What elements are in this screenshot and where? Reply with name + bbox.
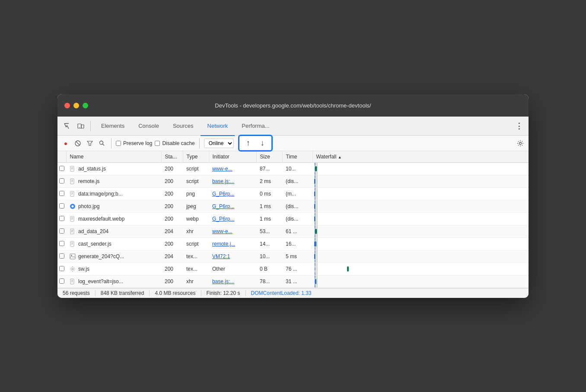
initiator-cell[interactable]: remote.j...: [209, 238, 256, 250]
initiator-cell[interactable]: VM72:1: [209, 250, 256, 263]
initiator-link[interactable]: base.js:...: [212, 178, 234, 184]
waterfall-bar: [347, 266, 349, 272]
status-cell: 200: [161, 263, 183, 275]
checkbox-column-header: [57, 151, 66, 163]
table-row[interactable]: remote.js200scriptbase.js:...2 ms(dis...: [57, 175, 529, 188]
row-checkbox[interactable]: [59, 216, 64, 221]
table-row[interactable]: maxresdefault.webp200webpG_P6rp...1 ms(d…: [57, 213, 529, 225]
tab-sources[interactable]: Sources: [166, 117, 201, 136]
status-column-header[interactable]: Sta...: [161, 151, 183, 163]
size-cell: 2 ms: [256, 175, 282, 188]
initiator-link[interactable]: base.js:...: [212, 278, 234, 285]
type-cell: xhr: [183, 275, 209, 288]
device-icon[interactable]: [75, 120, 87, 132]
name-cell: generate_204?cQ...: [66, 250, 161, 263]
initiator-link[interactable]: G_P6rp...: [212, 203, 234, 209]
minimize-button[interactable]: [73, 103, 79, 108]
status-cell: 200: [161, 238, 183, 250]
waterfall-bar: [314, 204, 315, 209]
waterfall-column-header[interactable]: Waterfall: [312, 151, 529, 163]
row-checkbox[interactable]: [59, 266, 64, 271]
initiator-cell[interactable]: www-e...: [209, 225, 256, 238]
row-checkbox[interactable]: [59, 241, 64, 246]
row-checkbox[interactable]: [59, 278, 64, 284]
initiator-cell[interactable]: G_P6rp...: [209, 188, 256, 200]
row-checkbox[interactable]: [59, 203, 64, 209]
initiator-cell[interactable]: base.js:...: [209, 275, 256, 288]
row-checkbox[interactable]: [59, 191, 64, 196]
devtools-window: DevTools - developers.google.com/web/too…: [57, 94, 529, 298]
filter-button[interactable]: [85, 139, 95, 148]
type-cell: xhr: [183, 225, 209, 238]
initiator-link[interactable]: remote.j...: [212, 241, 235, 247]
upload-button[interactable]: ↑: [245, 138, 252, 149]
name-text: photo.jpg: [78, 203, 99, 209]
waterfall-bar: [314, 179, 315, 184]
waterfall-bar: [314, 254, 315, 259]
preserve-log-checkbox[interactable]: Preserve log: [116, 140, 152, 146]
tab-console[interactable]: Console: [131, 117, 166, 136]
table-row[interactable]: cast_sender.js200scriptremote.j...14...1…: [57, 238, 529, 250]
initiator-link[interactable]: G_P6rp...: [212, 191, 234, 197]
waterfall-bar: [314, 216, 315, 221]
initiator-link[interactable]: G_P6rp...: [212, 216, 234, 222]
initiator-cell[interactable]: G_P6rp...: [209, 200, 256, 213]
maximize-button[interactable]: [83, 103, 88, 108]
type-column-header[interactable]: Type: [183, 151, 209, 163]
svg-rect-27: [70, 229, 74, 234]
svg-line-7: [103, 144, 105, 145]
table-row[interactable]: data:image/png;b...200pngG_P6rp...0 ms(m…: [57, 188, 529, 200]
time-cell: 76 ...: [282, 263, 312, 275]
waterfall-red-line: [317, 225, 317, 237]
row-checkbox[interactable]: [59, 253, 64, 259]
table-row[interactable]: log_event?alt=jso...200xhrbase.js:...78.…: [57, 275, 529, 288]
size-cell: 1 ms: [256, 200, 282, 213]
waterfall-red-line: [317, 275, 317, 288]
settings-button[interactable]: [516, 139, 525, 148]
row-checkbox[interactable]: [59, 228, 64, 234]
clear-button[interactable]: [73, 139, 83, 148]
size-cell: 1 ms: [256, 213, 282, 225]
initiator-cell[interactable]: www-e...: [209, 163, 256, 175]
table-row[interactable]: generate_204?cQ...204tex...VM72:110...5 …: [57, 250, 529, 263]
throttling-select[interactable]: Online: [204, 139, 234, 148]
download-button[interactable]: ↓: [259, 138, 266, 149]
search-button[interactable]: [97, 139, 107, 148]
close-button[interactable]: [64, 103, 70, 108]
time-column-header[interactable]: Time: [282, 151, 312, 163]
row-checkbox[interactable]: [59, 166, 64, 171]
waterfall-red-line: [317, 238, 317, 250]
initiator-cell[interactable]: base.js:...: [209, 175, 256, 188]
initiator-link[interactable]: www-e...: [212, 166, 232, 172]
type-cell: webp: [183, 213, 209, 225]
name-column-header[interactable]: Name: [66, 151, 161, 163]
disable-cache-checkbox[interactable]: Disable cache: [155, 140, 194, 146]
initiator-cell: Other: [209, 263, 256, 275]
waterfall-red-line: [317, 163, 317, 175]
waterfall-bar: [315, 279, 316, 284]
inspect-icon[interactable]: [61, 120, 73, 132]
tab-performance[interactable]: Performa...: [235, 117, 276, 136]
tab-network[interactable]: Network: [201, 117, 235, 136]
initiator-cell[interactable]: G_P6rp...: [209, 213, 256, 225]
initiator-column-header[interactable]: Initiator: [209, 151, 256, 163]
tab-elements[interactable]: Elements: [94, 117, 131, 136]
record-button[interactable]: ●: [61, 139, 70, 148]
row-checkbox[interactable]: [59, 178, 64, 183]
size-column-header[interactable]: Size: [256, 151, 282, 163]
table-row[interactable]: sw.js200tex...Other0 B76 ...: [57, 263, 529, 275]
table-row[interactable]: ad_data_204204xhrwww-e...53...61 ...: [57, 225, 529, 238]
status-cell: 200: [161, 275, 183, 288]
size-cell: 87...: [256, 163, 282, 175]
table-row[interactable]: ad_status.js200scriptwww-e...87...10...: [57, 163, 529, 175]
size-cell: 53...: [256, 225, 282, 238]
time-cell: (dis...: [282, 213, 312, 225]
initiator-link[interactable]: VM72:1: [212, 253, 230, 259]
initiator-link[interactable]: www-e...: [212, 228, 232, 234]
more-tabs-button[interactable]: ⋮: [513, 120, 525, 132]
svg-rect-1: [81, 125, 84, 128]
file-icon: [70, 178, 76, 184]
type-cell: png: [183, 188, 209, 200]
traffic-lights: [64, 103, 88, 108]
table-row[interactable]: photo.jpg200jpegG_P6rp...1 ms(dis...: [57, 200, 529, 213]
